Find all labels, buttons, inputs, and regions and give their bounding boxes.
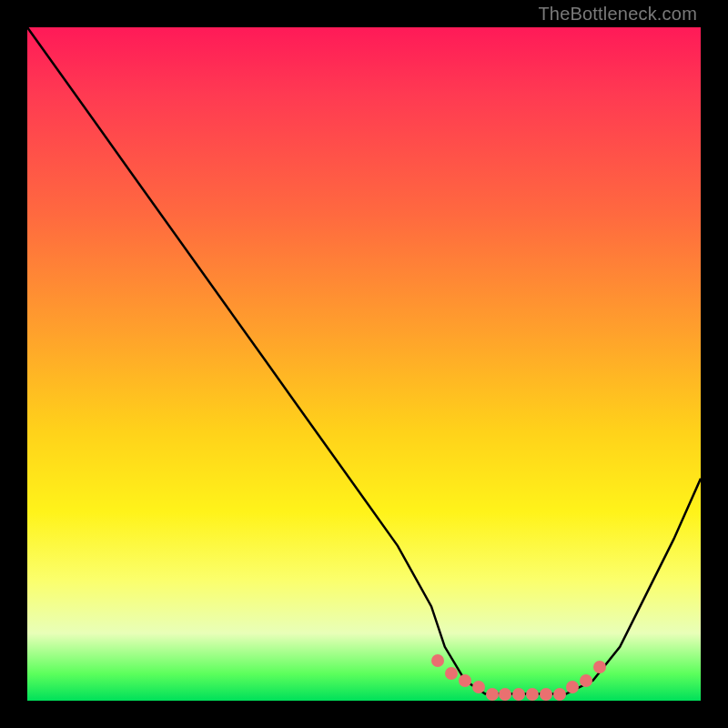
optimal-dot	[499, 688, 511, 701]
optimal-dot	[472, 681, 485, 693]
optimal-dot	[580, 674, 592, 687]
optimal-dot	[486, 688, 499, 701]
optimal-dot	[512, 688, 525, 701]
optimal-dot	[445, 667, 458, 680]
optimal-dot	[540, 688, 552, 701]
watermark-label: TheBottleneck.com	[538, 4, 697, 25]
gradient-plot-area	[27, 27, 701, 701]
curve-path	[27, 27, 701, 694]
bottleneck-curve	[27, 27, 701, 701]
optimal-dot	[566, 681, 579, 693]
optimal-dot	[553, 688, 566, 701]
optimal-dot	[526, 688, 539, 701]
outer-frame: TheBottleneck.com	[0, 0, 728, 728]
optimal-dot	[593, 661, 606, 673]
optimal-dot	[431, 654, 444, 667]
optimal-dot	[459, 674, 471, 687]
